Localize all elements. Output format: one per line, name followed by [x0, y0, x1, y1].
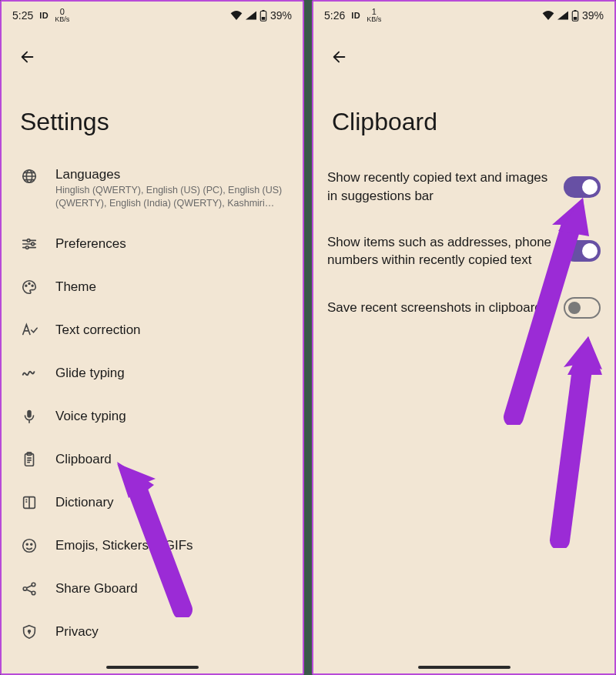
network-speed: 1 KB/s [367, 8, 381, 23]
signal-icon [557, 11, 568, 20]
mic-icon [20, 407, 38, 426]
setting-label: Save recent screenshots in clipboard [327, 299, 553, 317]
settings-item-label: Theme [55, 279, 284, 295]
svg-rect-1 [262, 10, 264, 12]
svg-rect-11 [27, 410, 32, 418]
share-icon [20, 580, 38, 598]
clipboard-icon [20, 450, 38, 469]
emoji-icon [20, 536, 38, 555]
settings-item-label: Emojis, Stickers & GIFs [55, 538, 284, 553]
annotation-arrow [525, 332, 610, 548]
battery-icon [259, 10, 267, 22]
setting-show-addresses[interactable]: Show items such as addresses, phone numb… [327, 219, 601, 284]
settings-item-label: Dictionary [55, 495, 284, 510]
settings-item-label: Voice typing [55, 409, 284, 424]
nav-bar-pill[interactable] [418, 666, 511, 669]
settings-item-label: Privacy [55, 624, 284, 640]
settings-item-theme[interactable]: Theme [5, 266, 300, 309]
clipboard-settings-list: Show recently copied text and images in … [313, 155, 614, 332]
palette-icon [20, 278, 38, 296]
svg-rect-2 [262, 17, 266, 20]
shield-icon [20, 623, 38, 641]
back-button[interactable] [12, 42, 43, 72]
svg-point-9 [28, 282, 30, 284]
settings-item-voice-typing[interactable]: Voice typing [5, 395, 300, 438]
svg-point-6 [32, 242, 35, 246]
wifi-icon [230, 11, 243, 20]
settings-item-label: Glide typing [55, 366, 284, 381]
svg-point-5 [27, 239, 30, 242]
svg-point-17 [31, 543, 32, 545]
toggle-switch[interactable] [564, 297, 601, 319]
setting-show-recent-copied[interactable]: Show recently copied text and images in … [327, 155, 601, 219]
dictionary-icon [20, 493, 38, 512]
id-icon: ID [39, 11, 49, 20]
toggle-switch[interactable] [564, 176, 601, 198]
svg-point-15 [23, 540, 36, 553]
svg-point-8 [25, 285, 27, 286]
arrow-back-icon [331, 48, 348, 65]
page-title: Clipboard [332, 108, 614, 136]
battery-icon [571, 10, 579, 22]
settings-item-emojis[interactable]: Emojis, Stickers & GIFs [5, 524, 300, 567]
signal-icon [246, 11, 256, 20]
svg-point-16 [26, 543, 28, 545]
setting-label: Show recently copied text and images in … [327, 169, 553, 206]
nav-bar-pill[interactable] [106, 666, 199, 669]
settings-item-glide-typing[interactable]: Glide typing [5, 352, 300, 395]
settings-item-text-correction[interactable]: Text correction [5, 309, 300, 352]
status-bar: 5:25 ID 0 KB/s 39% [2, 2, 303, 29]
clipboard-screen: 5:26 ID 1 KB/s 39% Clipboard Show recent [312, 0, 616, 675]
settings-screen: 5:25 ID 0 KB/s 39% Settings [0, 0, 304, 675]
toggle-switch[interactable] [564, 240, 601, 262]
status-time: 5:26 [324, 9, 345, 22]
settings-item-share[interactable]: Share Gboard [5, 567, 300, 610]
status-bar: 5:26 ID 1 KB/s 39% [313, 2, 614, 29]
settings-item-sub: Hinglish (QWERTY), English (US) (PC), En… [55, 184, 284, 210]
settings-list: Languages Hinglish (QWERTY), English (US… [2, 155, 303, 653]
wifi-icon [542, 11, 554, 20]
glide-icon [20, 364, 38, 383]
settings-item-label: Languages [55, 167, 284, 182]
setting-label: Show items such as addresses, phone numb… [327, 233, 553, 270]
status-time: 5:25 [12, 9, 33, 22]
settings-item-preferences[interactable]: Preferences [5, 222, 300, 266]
network-speed: 0 KB/s [55, 8, 69, 23]
svg-rect-24 [574, 17, 578, 20]
arrow-back-icon [19, 48, 36, 65]
sliders-icon [20, 235, 38, 253]
globe-icon [20, 167, 38, 185]
battery-percent: 39% [582, 9, 604, 22]
settings-item-clipboard[interactable]: Clipboard [5, 438, 300, 481]
svg-point-7 [25, 246, 28, 249]
id-icon: ID [351, 11, 360, 20]
settings-item-label: Preferences [55, 236, 284, 252]
setting-save-screenshots[interactable]: Save recent screenshots in clipboard [327, 283, 601, 332]
svg-point-10 [32, 285, 33, 286]
page-title: Settings [20, 108, 303, 136]
text-correction-icon [20, 321, 38, 339]
svg-rect-23 [574, 10, 576, 12]
settings-item-label: Text correction [55, 322, 284, 338]
settings-item-privacy[interactable]: Privacy [5, 610, 300, 653]
settings-item-dictionary[interactable]: Dictionary [5, 481, 300, 524]
battery-percent: 39% [270, 9, 292, 22]
back-button[interactable] [324, 42, 355, 72]
settings-item-languages[interactable]: Languages Hinglish (QWERTY), English (US… [5, 155, 300, 222]
settings-item-label: Clipboard [55, 452, 284, 467]
settings-item-label: Share Gboard [55, 581, 284, 596]
